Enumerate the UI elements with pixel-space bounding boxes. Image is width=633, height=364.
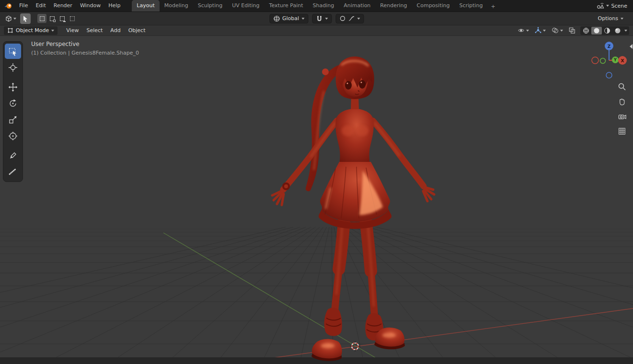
object-visibility-dropdown[interactable] xyxy=(516,26,530,35)
camera-icon xyxy=(618,112,627,121)
menu-add[interactable]: Add xyxy=(106,27,124,34)
topbar: File Edit Render Window Help Layout Mode… xyxy=(0,0,633,11)
navigation-gizmo[interactable]: Y X Z xyxy=(590,42,628,80)
select-mode-extend-button[interactable] xyxy=(47,14,57,23)
wireframe-sphere-icon xyxy=(583,27,589,34)
transform-orientation-dropdown[interactable]: Global xyxy=(269,14,308,23)
cursor-arrow-icon xyxy=(23,16,27,22)
mode-value: Object Mode xyxy=(16,27,49,34)
move-tool-button[interactable] xyxy=(5,80,21,95)
view-perspective-label: User Perspective xyxy=(31,41,80,47)
transform-tool-button[interactable] xyxy=(5,128,21,144)
options-label: Options xyxy=(598,15,618,22)
shading-mode-group xyxy=(580,26,629,35)
sidebar-expand-arrow[interactable] xyxy=(630,44,633,49)
options-dropdown[interactable]: Options xyxy=(594,14,627,23)
measure-ruler-icon xyxy=(8,167,18,177)
menu-object[interactable]: Object xyxy=(125,27,150,34)
camera-view-button[interactable] xyxy=(616,111,628,122)
viewport-header: Object Mode View Select Add Object xyxy=(0,25,633,36)
viewport-editor-icon xyxy=(6,16,11,21)
material-sphere-icon xyxy=(604,27,610,34)
tab-texture-paint[interactable]: Texture Paint xyxy=(265,0,308,11)
shading-solid-button[interactable] xyxy=(591,27,602,34)
proportional-editing-controls[interactable] xyxy=(335,14,364,23)
gizmo-y-label: Y xyxy=(613,58,617,62)
zoom-button[interactable] xyxy=(616,81,628,92)
scene-name: Scene xyxy=(611,3,627,9)
snapping-controls[interactable] xyxy=(312,14,332,23)
gizmo-neg-z-ball[interactable] xyxy=(606,72,612,78)
toggle-ortho-button[interactable] xyxy=(616,125,628,137)
toolbar-dock xyxy=(3,41,23,182)
falloff-curve-icon xyxy=(348,15,355,22)
3d-cursor-icon xyxy=(8,63,18,72)
tab-modeling[interactable]: Modeling xyxy=(160,0,193,11)
menu-window[interactable]: Window xyxy=(76,0,104,11)
tab-shading[interactable]: Shading xyxy=(308,0,339,11)
select-mode-set-button[interactable] xyxy=(37,14,46,23)
select-mode-group xyxy=(37,14,77,23)
select-box-tool-button[interactable] xyxy=(5,44,21,59)
select-mode-subtract-button[interactable] xyxy=(58,14,67,23)
select-box-icon xyxy=(8,46,18,56)
workspace-tabs: Layout Modeling Sculpting UV Editing Tex… xyxy=(132,0,498,11)
grid-icon xyxy=(618,127,626,136)
scene-icon xyxy=(597,2,604,9)
blender-window: File Edit Render Window Help Layout Mode… xyxy=(0,0,633,364)
xray-icon xyxy=(568,27,576,34)
blender-logo[interactable] xyxy=(0,2,15,10)
annotate-pen-icon xyxy=(8,151,18,160)
transform-icon xyxy=(8,131,18,141)
gizmo-icon xyxy=(534,27,542,34)
tab-sculpting[interactable]: Sculpting xyxy=(193,0,227,11)
menu-edit[interactable]: Edit xyxy=(32,0,49,11)
annotate-tool-button[interactable] xyxy=(5,148,21,163)
rotate-icon xyxy=(8,99,18,108)
gizmo-x-label: X xyxy=(621,58,624,63)
show-gizmo-dropdown[interactable] xyxy=(533,26,547,35)
scene-dropdown-chevron xyxy=(606,5,609,7)
orientation-value: Global xyxy=(282,15,299,22)
select-mode-intersect-button[interactable] xyxy=(68,14,77,23)
show-overlays-dropdown[interactable] xyxy=(550,26,564,35)
gizmo-neg-x-ball[interactable] xyxy=(592,57,598,64)
scene-selector[interactable]: Scene xyxy=(597,2,633,9)
shading-material-button[interactable] xyxy=(602,27,612,34)
tab-uv-editing[interactable]: UV Editing xyxy=(227,0,264,11)
menu-render[interactable]: Render xyxy=(50,0,76,11)
menu-help[interactable]: Help xyxy=(104,0,124,11)
tab-scripting[interactable]: Scripting xyxy=(454,0,487,11)
shading-dropdown-chevron[interactable] xyxy=(624,30,627,32)
xray-toggle-button[interactable] xyxy=(567,26,577,35)
scale-tool-button[interactable] xyxy=(5,112,21,127)
menu-select[interactable]: Select xyxy=(82,27,106,34)
tab-layout[interactable]: Layout xyxy=(132,0,159,11)
object-mode-icon xyxy=(7,27,13,34)
tab-compositing[interactable]: Compositing xyxy=(412,0,455,11)
gizmo-neg-y-ball[interactable] xyxy=(600,58,606,64)
menu-file[interactable]: File xyxy=(15,0,32,11)
hand-icon xyxy=(618,97,626,106)
visibility-eye-icon xyxy=(517,27,525,34)
menu-view[interactable]: View xyxy=(62,27,82,34)
rendered-sphere-icon xyxy=(614,27,621,34)
editor-type-button[interactable] xyxy=(4,14,17,23)
cursor-tool-button[interactable] xyxy=(5,60,21,75)
scale-icon xyxy=(8,115,18,125)
active-tool-button[interactable] xyxy=(20,13,31,24)
tool-header: Global Options xyxy=(0,11,633,25)
active-object-breadcrumb: (1) Collection | Genesis8Female.Shape_0 xyxy=(31,50,139,56)
add-workspace-button[interactable]: + xyxy=(487,1,498,11)
shading-rendered-button[interactable] xyxy=(612,27,623,34)
magnet-icon xyxy=(316,15,322,22)
rotate-tool-button[interactable] xyxy=(5,96,21,111)
pan-button[interactable] xyxy=(616,96,628,107)
tab-rendering[interactable]: Rendering xyxy=(375,0,412,11)
tab-animation[interactable]: Animation xyxy=(339,0,375,11)
mode-dropdown[interactable]: Object Mode xyxy=(4,26,58,35)
shading-wireframe-button[interactable] xyxy=(581,27,591,34)
measure-tool-button[interactable] xyxy=(5,164,21,180)
gizmo-z-label: Z xyxy=(608,44,611,49)
move-icon xyxy=(8,82,18,92)
